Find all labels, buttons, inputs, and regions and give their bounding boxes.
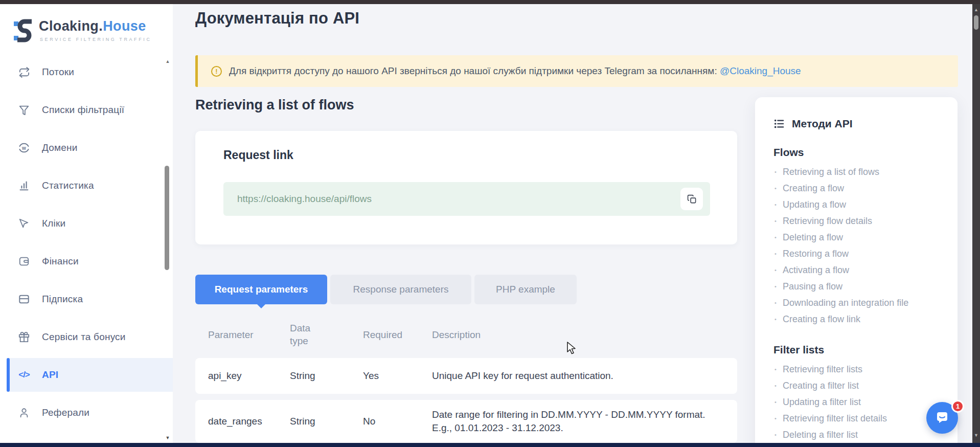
- page-scrollbar-thumb[interactable]: [974, 15, 978, 30]
- sidebar-scroll-up-icon[interactable]: ▲: [164, 59, 171, 64]
- sidebar-scroll-down-icon[interactable]: ▼: [164, 435, 171, 440]
- finances-icon: [17, 255, 31, 268]
- logo[interactable]: Cloaking.House SERVICE FILTERING TRAFFIC: [13, 16, 156, 49]
- copy-icon: [687, 194, 697, 204]
- column-header-parameter: Parameter: [208, 329, 254, 341]
- method-link[interactable]: Retrieving a list of flows: [773, 164, 945, 180]
- methods-group-flows: Flows: [773, 146, 945, 159]
- methods-panel-header: Методи API: [773, 118, 945, 130]
- logo-subtitle: SERVICE FILTERING TRAFFIC: [40, 37, 152, 42]
- list-icon: [773, 118, 785, 129]
- table-row: date_ranges String No Date range for fil…: [195, 400, 737, 443]
- tab-request-parameters[interactable]: Request parameters: [195, 275, 327, 304]
- request-url-field[interactable]: https://cloaking.house/api/flows: [223, 182, 710, 216]
- method-link[interactable]: Retrieving flow details: [773, 213, 945, 229]
- section-title: Retrieving a list of flows: [195, 97, 354, 113]
- request-url-value: https://cloaking.house/api/flows: [237, 182, 372, 216]
- parameter-tabs: Request parameters Response parameters P…: [195, 275, 577, 304]
- method-link[interactable]: Pausing a flow: [773, 278, 945, 295]
- method-link[interactable]: Creating a flow: [773, 180, 945, 196]
- column-header-data-type: Data type: [290, 322, 324, 347]
- sidebar-item-flows[interactable]: Потоки: [0, 53, 173, 91]
- banner-text: Для відкриття доступу до нашого API звер…: [229, 65, 801, 77]
- cell-required: No: [363, 416, 375, 427]
- cell-required: Yes: [363, 370, 379, 382]
- flows-method-list: Retrieving a list of flows Creating a fl…: [773, 164, 945, 327]
- telegram-link[interactable]: @Cloaking_House: [720, 65, 801, 76]
- filter-lists-method-list: Retrieving filter lists Creating a filte…: [773, 361, 945, 447]
- clicks-icon: [17, 217, 31, 230]
- scroll-down-icon[interactable]: ▼: [972, 432, 980, 439]
- sidebar-item-api[interactable]: </> API: [0, 356, 173, 394]
- table-header: Parameter Data type Required Description: [195, 318, 737, 352]
- cell-parameter: date_ranges: [208, 416, 262, 427]
- method-link[interactable]: Restoring a flow: [773, 245, 945, 262]
- warning-info-icon: !: [211, 66, 222, 77]
- tab-response-parameters[interactable]: Response parameters: [330, 275, 471, 304]
- active-item-bar: [7, 358, 10, 392]
- svg-text:w: w: [21, 145, 26, 151]
- method-link[interactable]: Retrieving filter lists: [773, 361, 945, 377]
- api-methods-panel: Методи API Flows Retrieving a list of fl…: [755, 97, 958, 447]
- sidebar-item-subscription[interactable]: Підписка: [0, 280, 173, 318]
- chat-bubble-icon: [935, 410, 950, 426]
- active-item-highlight: [7, 358, 173, 392]
- sidebar-item-clicks[interactable]: Кліки: [0, 205, 173, 242]
- method-link[interactable]: Updating a filter list: [773, 394, 945, 410]
- request-link-title: Request link: [223, 148, 293, 162]
- filter-lists-icon: [17, 103, 31, 117]
- cell-parameter: api_key: [208, 370, 242, 382]
- sidebar-item-services-bonuses[interactable]: Сервіси та бонуси: [0, 318, 173, 356]
- sidebar: Cloaking.House SERVICE FILTERING TRAFFIC…: [0, 4, 173, 443]
- cell-description: Date range for filtering in DD.MM.YYYY -…: [432, 408, 711, 434]
- sidebar-scrollbar-thumb[interactable]: [165, 166, 169, 270]
- page-scrollbar[interactable]: ▲ ▼: [972, 4, 980, 443]
- method-link[interactable]: Creating a filter list: [773, 377, 945, 394]
- sidebar-item-domains[interactable]: w Домени: [0, 129, 173, 167]
- column-header-description: Description: [432, 329, 481, 341]
- window-top-edge: [0, 0, 980, 4]
- sidebar-item-referrals[interactable]: Реферали: [0, 394, 173, 432]
- api-code-icon: </>: [17, 368, 31, 382]
- cell-data-type: String: [290, 370, 315, 382]
- sidebar-item-finances[interactable]: Фінанси: [0, 242, 173, 280]
- method-link[interactable]: Downloading an integration file: [773, 295, 945, 311]
- sidebar-item-filter-lists[interactable]: Списки фільтрації: [0, 91, 173, 129]
- copy-button[interactable]: [680, 188, 703, 210]
- methods-group-filter-lists: Filter lists: [773, 344, 945, 356]
- flows-icon: [17, 65, 31, 79]
- subscription-icon: [17, 293, 31, 306]
- services-bonuses-icon: [17, 330, 31, 344]
- column-header-required: Required: [363, 329, 402, 341]
- referrals-icon: [17, 406, 31, 419]
- page-title: Документація по API: [195, 9, 359, 28]
- table-row: api_key String Yes Unique API key for re…: [195, 358, 737, 394]
- statistics-icon: [17, 179, 31, 192]
- sidebar-item-statistics[interactable]: Статистика: [0, 167, 173, 205]
- logo-title: Cloaking.House: [39, 18, 146, 34]
- method-link[interactable]: Updating a flow: [773, 196, 945, 213]
- cell-data-type: String: [290, 416, 315, 427]
- window-bottom-edge: [0, 443, 980, 447]
- domains-icon: w: [17, 141, 31, 154]
- request-link-card: Request link https://cloaking.house/api/…: [195, 131, 737, 244]
- method-link[interactable]: Activating a flow: [773, 262, 945, 278]
- method-link[interactable]: Deleting a flow: [773, 229, 945, 245]
- sidebar-nav: Потоки Списки фільтрації w Домени Статис…: [0, 53, 173, 432]
- methods-panel-title: Методи API: [792, 118, 853, 130]
- chat-unread-badge: 1: [951, 400, 964, 413]
- method-link[interactable]: Retrieving filter list details: [773, 410, 945, 427]
- logo-mark-icon: [13, 17, 35, 44]
- scroll-up-icon[interactable]: ▲: [972, 6, 980, 13]
- method-link[interactable]: Creating a flow link: [773, 311, 945, 327]
- cell-description: Unique API key for request authenticatio…: [432, 369, 711, 383]
- api-access-banner: ! Для відкриття доступу до нашого API зв…: [195, 55, 958, 87]
- tab-php-example[interactable]: PHP example: [474, 275, 577, 304]
- method-link[interactable]: Deleting a filter list: [773, 427, 945, 443]
